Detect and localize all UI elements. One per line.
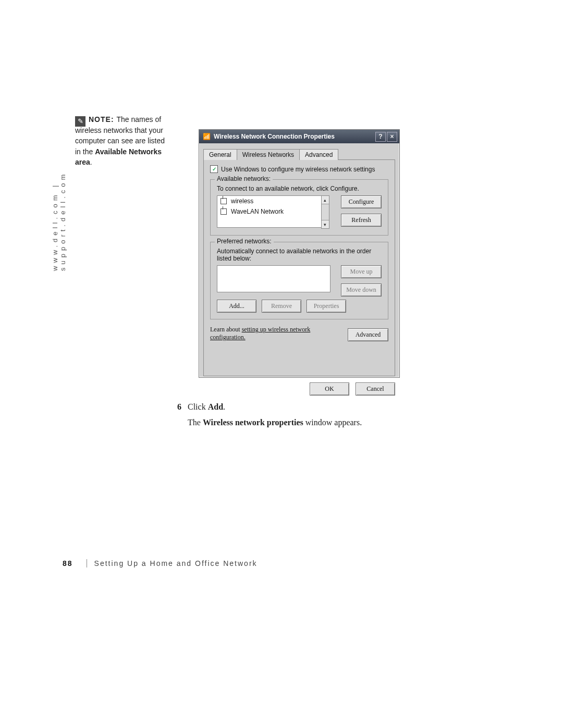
list-item-label: wireless [231,198,253,205]
tab-advanced[interactable]: Advanced [299,149,338,160]
preferred-legend: Preferred networks: [215,238,274,245]
available-listbox[interactable]: wireless WaveLAN Network [217,195,321,228]
step-6: 6Click Add. [177,402,469,412]
tabs: General Wireless Networks Advanced [203,147,395,159]
step-period: . [223,402,225,411]
scroll-down-icon[interactable]: ▾ [322,220,329,228]
preferred-networks-group: Preferred networks: Automatically connec… [210,242,388,319]
page-footer: 88 Setting Up a Home and Office Network [63,559,258,567]
network-icon [221,198,227,204]
advanced-button[interactable]: Advanced [348,328,388,341]
close-button[interactable]: × [387,132,397,142]
use-windows-checkbox-row[interactable]: ✓ Use Windows to configure my wireless n… [210,165,388,173]
step2-bold: Wireless network properties [203,418,303,427]
pencil-icon: ✎ [75,116,85,127]
tab-pane: ✓ Use Windows to configure my wireless n… [203,159,395,376]
available-legend: Available networks: [215,175,273,182]
properties-button: Properties [307,300,346,313]
move-up-button: Move up [341,265,382,278]
tab-wireless-networks[interactable]: Wireless Networks [237,149,300,160]
learn-text: Learn about setting up wireless network … [210,326,310,341]
footer-separator [87,559,87,567]
step-number: 6 [177,402,181,411]
move-down-button: Move down [341,283,382,297]
ok-button[interactable]: OK [310,382,349,396]
wireless-properties-dialog: 📶 Wireless Network Connection Properties… [199,129,400,378]
preferred-instruction: Automatically connect to available netwo… [217,248,382,262]
learn-link-2[interactable]: configuration. [210,334,246,341]
page-number: 88 [63,559,73,567]
scrollbar[interactable]: ▴ ▾ [321,195,329,229]
add-button[interactable]: Add... [217,300,256,313]
learn-link-1[interactable]: setting up wireless network [242,326,311,333]
antenna-icon: 📶 [202,132,211,141]
list-item-label: WaveLAN Network [231,208,284,215]
vertical-url-strip: www.dell.com | support.dell.com [51,120,62,271]
footer-chapter: Setting Up a Home and Office Network [94,559,258,567]
note-title: NOTE: [89,115,116,124]
step2-pre: The [188,418,201,427]
step-6b: The Wireless network properties window a… [188,418,480,427]
step2-post: window appears. [305,418,362,427]
help-button[interactable]: ? [375,132,386,142]
scroll-up-icon[interactable]: ▴ [322,196,329,204]
learn-pre: Learn about [210,326,242,333]
step-click: Click [188,402,206,411]
available-networks-group: Available networks: To connect to an ava… [210,179,388,236]
network-icon [221,208,227,215]
note-block: ✎NOTE: The names of wireless networks th… [75,114,169,167]
list-item[interactable]: WaveLAN Network [217,206,321,217]
remove-button: Remove [262,300,301,313]
preferred-listbox[interactable] [217,265,331,292]
note-text-2: . [90,158,92,166]
checkbox-icon[interactable]: ✓ [210,165,218,173]
cancel-button[interactable]: Cancel [356,382,395,396]
refresh-button[interactable]: Refresh [341,214,382,227]
step-add: Add [208,402,223,411]
tab-general[interactable]: General [203,149,237,160]
list-item[interactable]: wireless [217,196,321,206]
titlebar[interactable]: 📶 Wireless Network Connection Properties… [199,130,399,143]
dialog-title: Wireless Network Connection Properties [214,133,374,140]
use-windows-label: Use Windows to configure my wireless net… [221,166,375,173]
configure-button[interactable]: Configure [341,195,382,208]
available-instruction: To connect to an available network, clic… [217,185,382,192]
